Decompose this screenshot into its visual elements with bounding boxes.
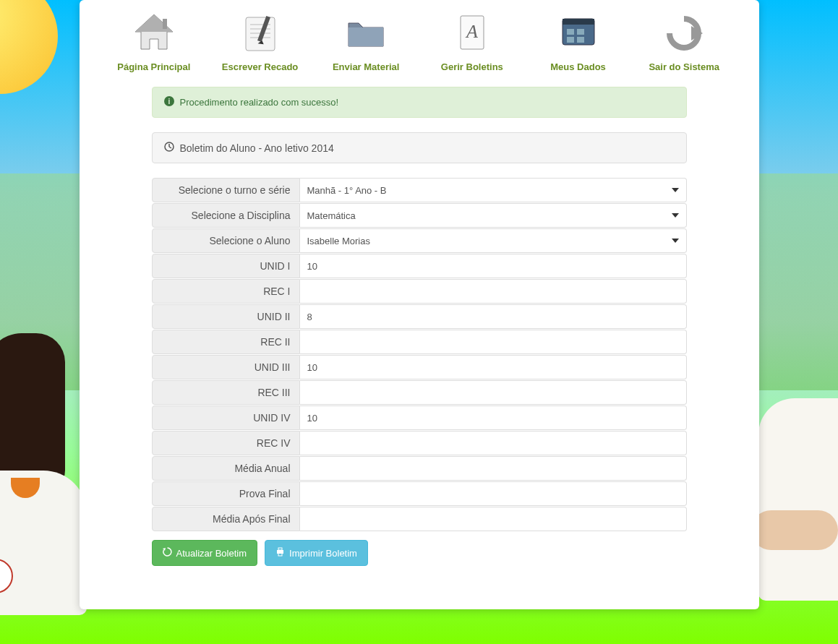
- nav-home[interactable]: Página Principal: [101, 9, 208, 72]
- grade-input[interactable]: [300, 380, 687, 405]
- grade-input[interactable]: [300, 481, 687, 506]
- panel-title: Boletim do Aluno - Ano letivo 2014: [180, 142, 334, 154]
- disciplina-select[interactable]: Matemática: [300, 203, 687, 228]
- svg-text:i: i: [168, 98, 170, 106]
- success-alert: i Procedimento realizado com sucesso!: [152, 87, 687, 118]
- svg-rect-17: [567, 37, 574, 43]
- svg-rect-14: [563, 19, 594, 25]
- nav-label: Meus Dados: [525, 61, 631, 72]
- svg-rect-15: [567, 29, 574, 35]
- field-label: REC I: [152, 279, 300, 304]
- grade-input[interactable]: [300, 431, 687, 455]
- nav-mydata[interactable]: Meus Dados: [525, 9, 631, 72]
- svg-line-24: [169, 147, 171, 148]
- update-button[interactable]: Atualizar Boletim: [152, 540, 258, 566]
- field-label: REC IV: [152, 431, 300, 455]
- write-icon: [235, 9, 286, 56]
- grade-input[interactable]: [300, 279, 687, 304]
- logout-icon: [659, 9, 709, 56]
- update-label: Atualizar Boletim: [176, 548, 247, 559]
- turno-label: Selecione o turno e série: [152, 178, 300, 202]
- grade-input[interactable]: [300, 304, 687, 329]
- nav-menu: Página Principal Escrever Recado: [80, 0, 759, 87]
- grade-input[interactable]: [300, 507, 687, 531]
- nav-label: Página Principal: [101, 61, 208, 72]
- nav-label: Escrever Recado: [207, 61, 313, 72]
- decorative-student-right: [758, 398, 838, 644]
- grade-input[interactable]: [300, 405, 687, 430]
- grade-input[interactable]: [300, 254, 687, 278]
- field-label: Média Anual: [152, 456, 300, 481]
- data-icon: [553, 9, 604, 56]
- refresh-icon: [163, 547, 172, 559]
- nav-write[interactable]: Escrever Recado: [207, 9, 313, 72]
- svg-rect-16: [577, 29, 584, 35]
- field-label: REC III: [152, 380, 300, 405]
- turno-select[interactable]: Manhã - 1° Ano - B: [300, 178, 687, 202]
- field-label: UNID II: [152, 304, 300, 329]
- grade-input[interactable]: [300, 330, 687, 354]
- aluno-label: Selecione o Aluno: [152, 228, 300, 253]
- field-label: UNID III: [152, 355, 300, 379]
- print-label: Imprimir Boletim: [289, 548, 357, 559]
- nav-label: Sair do Sistema: [631, 61, 737, 72]
- nav-report[interactable]: A Gerir Boletins: [419, 9, 526, 72]
- document-icon: A: [447, 9, 497, 56]
- folder-icon: [341, 9, 391, 56]
- nav-logout[interactable]: Sair do Sistema: [631, 9, 737, 72]
- svg-rect-10: [349, 27, 383, 46]
- svg-text:A: A: [465, 21, 478, 42]
- print-button[interactable]: Imprimir Boletim: [265, 540, 368, 566]
- grade-input[interactable]: [300, 456, 687, 481]
- info-icon: i: [164, 96, 174, 108]
- field-label: Média Após Final: [152, 507, 300, 531]
- panel-heading: Boletim do Aluno - Ano letivo 2014: [152, 132, 687, 163]
- svg-rect-27: [278, 548, 282, 550]
- home-icon: [129, 9, 179, 56]
- nav-upload[interactable]: Enviar Material: [313, 9, 419, 72]
- alert-text: Procedimento realizado com sucesso!: [180, 97, 339, 108]
- field-label: Prova Final: [152, 481, 300, 506]
- aluno-select[interactable]: Isabelle Morias: [300, 228, 687, 253]
- nav-label: Gerir Boletins: [419, 61, 526, 72]
- main-panel: Página Principal Escrever Recado: [80, 0, 759, 609]
- nav-label: Enviar Material: [313, 61, 419, 72]
- field-label: UNID IV: [152, 405, 300, 430]
- clock-icon: [164, 142, 174, 154]
- disciplina-label: Selecione a Disciplina: [152, 203, 300, 228]
- content-area: i Procedimento realizado com sucesso! Bo…: [80, 87, 759, 566]
- decorative-sun: [0, 0, 58, 94]
- field-label: REC II: [152, 330, 300, 354]
- grade-input[interactable]: [300, 355, 687, 379]
- svg-rect-2: [163, 19, 167, 29]
- field-label: UNID I: [152, 254, 300, 278]
- svg-rect-18: [577, 37, 584, 43]
- print-icon: [275, 547, 285, 559]
- svg-marker-1: [135, 14, 173, 32]
